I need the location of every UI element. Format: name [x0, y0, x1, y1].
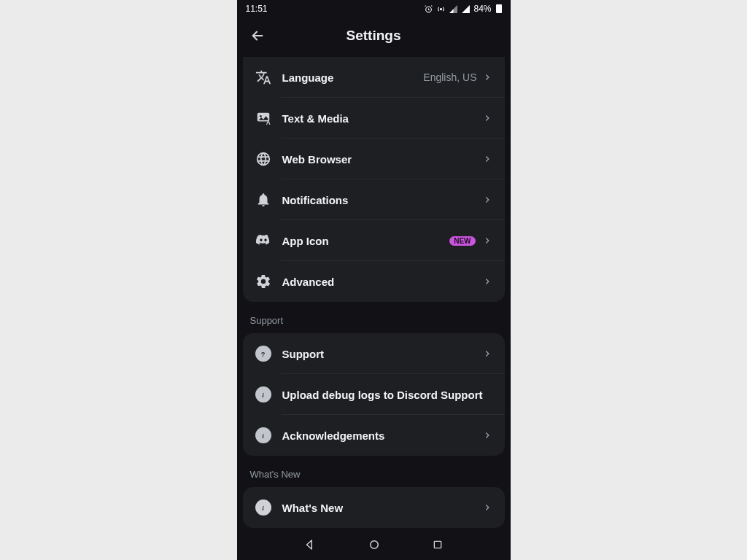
advanced-icon — [255, 273, 272, 290]
settings-section-whats-new: i What's New — [243, 487, 505, 528]
row-notifications-label: Notifications — [282, 194, 481, 206]
row-language-value: English, US — [423, 71, 476, 83]
row-support-label: Support — [282, 348, 481, 360]
battery-icon — [496, 4, 502, 13]
settings-section-app: Language English, US A Text & Media — [243, 57, 505, 302]
web-browser-icon — [255, 150, 272, 168]
nav-home-button[interactable] — [368, 538, 381, 554]
row-app-icon[interactable]: App Icon NEW — [243, 220, 505, 261]
row-text-media-label: Text & Media — [282, 112, 481, 125]
section-header-whats-new: What's New — [243, 469, 505, 487]
svg-text:i: i — [262, 432, 264, 439]
svg-point-4 — [259, 115, 261, 117]
alarm-icon — [424, 4, 433, 14]
svg-point-9 — [371, 541, 379, 549]
signal-icon-2 — [461, 4, 471, 14]
row-web-browser[interactable]: Web Browser — [243, 139, 505, 179]
svg-text:i: i — [262, 391, 264, 398]
phone-frame: 11:51 84% Settings — [237, 0, 511, 560]
language-icon — [255, 69, 272, 86]
system-nav-bar — [237, 532, 511, 560]
row-app-icon-label: App Icon — [282, 235, 450, 247]
status-indicators: 84% — [424, 4, 501, 14]
svg-rect-10 — [434, 541, 441, 548]
row-advanced-label: Advanced — [282, 276, 481, 288]
svg-text:A: A — [266, 120, 270, 126]
section-header-support: Support — [243, 315, 505, 333]
text-media-icon: A — [255, 109, 272, 127]
support-icon: ? — [255, 345, 272, 362]
acknowledgements-icon: i — [255, 427, 272, 444]
chevron-right-icon — [481, 276, 493, 287]
battery-pct: 84% — [473, 4, 491, 14]
chevron-right-icon — [481, 153, 493, 165]
chevron-right-icon — [481, 429, 493, 441]
row-advanced[interactable]: Advanced — [243, 261, 505, 302]
row-notifications[interactable]: Notifications — [243, 179, 505, 220]
chevron-right-icon — [481, 502, 493, 513]
row-whats-new-label: What's New — [282, 502, 481, 514]
signal-icon-1 — [449, 4, 458, 14]
upload-logs-icon: i — [255, 386, 272, 403]
settings-scroll[interactable]: Language English, US A Text & Media — [237, 54, 511, 532]
row-acknowledgements[interactable]: i Acknowledgements — [243, 415, 505, 456]
row-acknowledgements-label: Acknowledgements — [282, 429, 481, 442]
status-bar: 11:51 84% — [237, 0, 511, 18]
nav-back-button[interactable] — [303, 538, 317, 554]
back-button[interactable] — [249, 27, 266, 44]
row-upload-logs[interactable]: i Upload debug logs to Discord Support — [243, 374, 505, 415]
status-time: 11:51 — [246, 4, 268, 14]
svg-text:?: ? — [261, 350, 266, 357]
svg-point-1 — [441, 8, 442, 9]
chevron-right-icon — [481, 194, 493, 206]
page-title: Settings — [237, 28, 511, 44]
chevron-right-icon — [481, 112, 493, 124]
row-support[interactable]: ? Support — [243, 333, 505, 374]
nav-recent-button[interactable] — [432, 539, 444, 553]
hotspot-icon — [436, 4, 446, 14]
notifications-icon — [255, 191, 272, 209]
chevron-right-icon — [481, 71, 493, 83]
row-language[interactable]: Language English, US — [243, 57, 505, 98]
chevron-right-icon — [481, 348, 493, 359]
whats-new-icon: i — [255, 499, 272, 516]
new-badge: NEW — [449, 236, 475, 246]
app-header: Settings — [237, 18, 511, 54]
chevron-right-icon — [481, 235, 493, 246]
row-text-media[interactable]: A Text & Media — [243, 98, 505, 139]
row-web-browser-label: Web Browser — [282, 153, 481, 166]
app-icon-icon — [255, 232, 272, 249]
settings-section-support: ? Support i Upload debug logs to Discord… — [243, 333, 505, 456]
row-upload-logs-label: Upload debug logs to Discord Support — [282, 389, 493, 401]
row-whats-new[interactable]: i What's New — [243, 487, 505, 528]
svg-text:i: i — [262, 504, 264, 511]
row-language-label: Language — [282, 71, 424, 84]
